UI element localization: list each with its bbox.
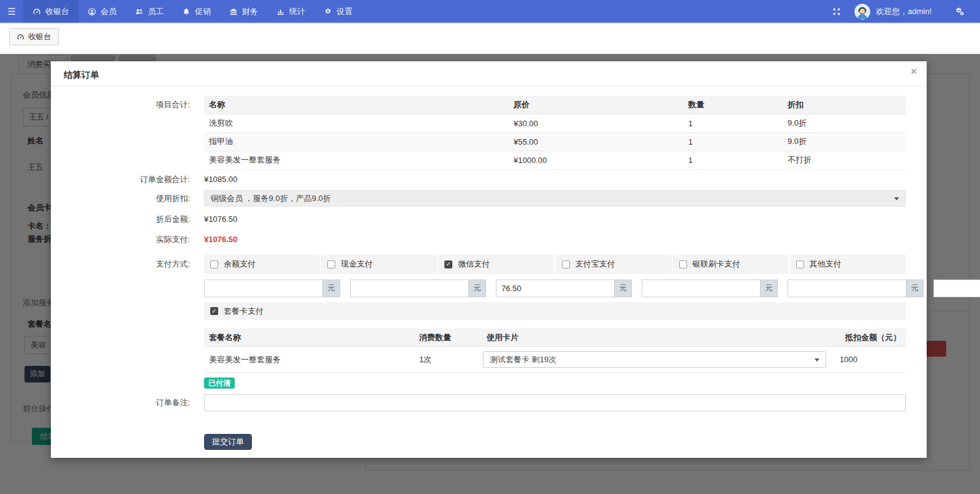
expand-icon [832,7,841,16]
payment-option-other: 其他支付 [790,254,906,274]
nav-item-promotions[interactable]: 促销 [173,0,220,23]
close-icon[interactable]: × [911,66,917,77]
discount-select[interactable]: 铜级会员 ，服务9.0折，产品9.0折 [204,190,906,207]
unionpay-checkbox[interactable] [679,260,687,268]
order-items-table: 名称 原价 数量 折扣 洗剪吹 ¥30.00 1 9.0折 指甲油 ¥55.00… [204,96,906,170]
hamburger-icon: ☰ [7,6,15,17]
payment-label: 现金支付 [341,259,373,270]
nav-item-label: 员工 [148,6,164,17]
discounted-label: 折后金额: [57,210,190,229]
payment-option-balance: 余额支付 [204,254,321,274]
package-table: 套餐名称 消费数量 使用卡片 抵扣金额（元） 美容美发一整套服务 1次 测试套餐… [204,329,906,373]
tachometer-icon [32,7,41,16]
package-name: 美容美发一整套服务 [204,354,414,365]
payment-label: 微信支付 [458,259,490,270]
settle-order-modal: 结算订单 × 项目合计: 订单金额合计: 使用折扣: 折后金额: 实际支付: 支… [51,61,927,458]
alipay-checkbox[interactable] [562,260,570,268]
col-header-qty: 数量 [683,96,783,114]
currency-unit-addon: 元 [322,279,340,297]
app-window: ☰ 收银台 会员 员工 促销 [0,0,980,494]
table-header-row: 名称 原价 数量 折扣 [204,96,906,114]
payment-label: 支付宝支付 [575,259,615,270]
other-amount-input[interactable] [933,279,980,297]
cash-pay-checkbox[interactable] [327,260,335,268]
bar-chart-icon [276,7,285,16]
nav-item-settings[interactable]: 设置 [314,0,362,23]
top-navbar: ☰ 收银台 会员 员工 促销 [0,0,980,23]
modal-header: 结算订单 × [51,61,927,86]
balance-pay-checkbox[interactable] [210,260,218,268]
items-section-label: 项目合计: [57,96,190,114]
package-card-pay-checkbox[interactable] [210,307,218,315]
submit-order-button[interactable]: 提交订单 [204,434,252,450]
user-avatar[interactable] [854,4,870,20]
wechat-pay-checkbox[interactable] [444,260,452,268]
paid-status-badge: 已付清 [204,378,235,389]
cogs-icon [324,7,332,16]
order-remark-input[interactable] [204,394,906,411]
actual-pay-value: ¥1076.50 [204,230,906,249]
order-item-row: 指甲油 ¥55.00 1 9.0折 [204,132,906,151]
card-select[interactable]: 测试套餐卡 剩19次 [483,351,826,368]
order-total-value: ¥1085.00 [204,170,906,189]
discounted-value: ¥1076.50 [204,210,906,229]
payment-label: 其他支付 [810,259,841,270]
order-total-label: 订单金额合计: [57,170,190,189]
discount-select-value: 铜级会员 ，服务9.0折，产品9.0折 [211,193,331,204]
fullscreen-button[interactable] [825,7,848,16]
payment-label: 余额支付 [224,259,256,270]
nav-item-label: 统计 [289,6,305,17]
other-pay-checkbox[interactable] [796,260,804,268]
nav-item-label: 财务 [242,6,258,17]
payment-method-label: 支付方式: [57,254,190,274]
deduct-amount: 1000 [831,355,906,364]
col-header-deduct-amount: 抵扣金额（元） [831,332,906,343]
modal-title: 结算订单 [64,69,99,81]
item-price: ¥1000.00 [509,151,683,169]
tachometer-icon [17,33,25,41]
welcome-user-menu[interactable]: 欢迎您，admin! [876,6,932,17]
package-table-header: 套餐名称 消费数量 使用卡片 抵扣金额（元） [204,329,906,347]
nav-item-label: 收银台 [45,6,69,17]
item-discount: 9.0折 [783,132,906,151]
bank-icon [229,7,238,16]
item-discount: 不打折 [783,151,906,169]
cash-amount-input[interactable] [350,279,468,297]
bell-icon [182,7,191,16]
unionpay-amount-input[interactable] [788,279,906,297]
gears-icon [955,7,964,16]
item-price: ¥55.00 [509,132,683,151]
nav-item-members[interactable]: 会员 [78,0,126,23]
item-price: ¥30.00 [509,114,683,132]
nav-item-cashier[interactable]: 收银台 [23,0,78,23]
breadcrumb-cashier-button[interactable]: 收银台 [9,28,59,45]
nav-item-staff[interactable]: 员工 [126,0,173,23]
item-name: 指甲油 [204,132,509,151]
quick-settings-button[interactable] [948,7,971,16]
breadcrumb-bar: 收银台 [0,23,980,54]
balance-amount-input[interactable] [204,279,322,297]
payment-option-cash: 现金支付 [321,254,438,274]
chevron-down-icon [815,359,819,362]
item-discount: 9.0折 [783,114,906,132]
col-header-consume-qty: 消费数量 [414,332,482,343]
currency-unit-addon: 元 [468,279,486,297]
payment-option-wechat: 微信支付 [438,254,555,274]
col-header-name: 名称 [204,96,509,114]
col-header-price: 原价 [509,96,683,114]
remark-label: 订单备注: [57,394,190,411]
payment-label: 银联刷卡支付 [693,259,740,270]
nav-item-finance[interactable]: 财务 [220,0,267,23]
alipay-amount-input[interactable] [642,279,760,297]
wechat-amount-input[interactable] [496,279,614,297]
nav-item-statistics[interactable]: 统计 [267,0,314,23]
user-circle-icon [88,7,96,16]
package-qty: 1次 [414,354,482,365]
menu-toggle-button[interactable]: ☰ [0,0,23,23]
nav-item-label: 促销 [195,6,211,17]
item-qty: 1 [683,114,783,132]
actual-pay-label: 实际支付: [57,230,190,249]
item-qty: 1 [683,151,783,169]
discount-label: 使用折扣: [57,190,190,207]
currency-unit-addon: 元 [906,279,924,297]
